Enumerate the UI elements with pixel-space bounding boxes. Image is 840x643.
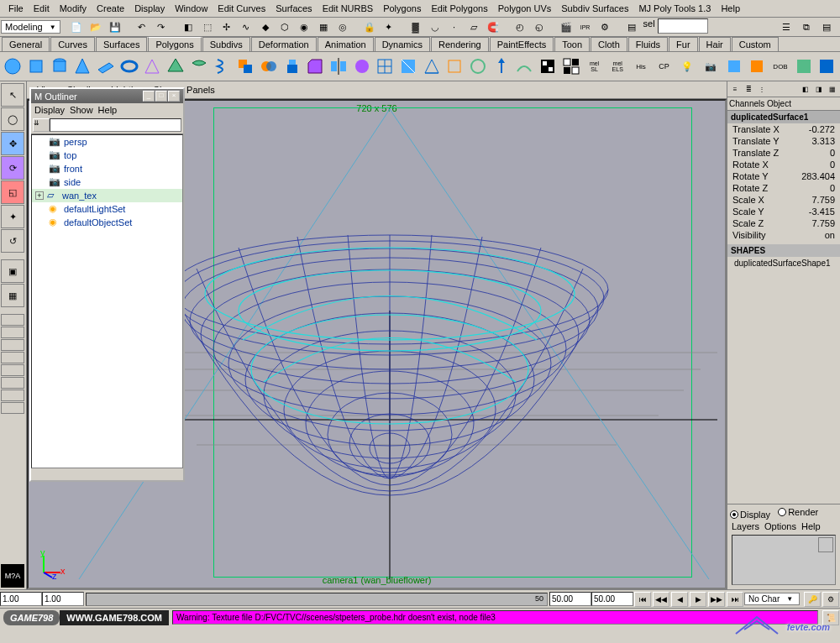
outliner-menu-help[interactable]: Help (98, 105, 118, 115)
display-radio[interactable]: Display (730, 510, 770, 520)
ch-ico5-icon[interactable]: ◨ (813, 83, 825, 95)
tool-settings-icon[interactable]: ⧉ (797, 18, 816, 35)
attr-rz-value[interactable]: 0 (830, 183, 835, 193)
select-joint-icon[interactable]: ✢ (218, 18, 236, 35)
last-tool-icon[interactable]: ↺ (1, 229, 24, 253)
poly-plane-icon[interactable] (95, 54, 118, 79)
ch-ico1-icon[interactable]: ≡ (729, 83, 741, 95)
mel-sl-icon[interactable]: melSL (583, 54, 606, 79)
menu-edit[interactable]: Edit (29, 2, 55, 15)
open-scene-icon[interactable]: 📂 (87, 18, 105, 35)
poly-cylinder-icon[interactable] (48, 54, 71, 79)
menu-help[interactable]: Help (716, 2, 745, 15)
attr-editor-icon[interactable]: ☰ (777, 18, 795, 35)
menu-display[interactable]: Display (129, 2, 170, 15)
attr-tx-value[interactable]: -0.272 (809, 124, 835, 134)
poly-layout-icon[interactable] (560, 54, 583, 79)
select-misc-icon[interactable]: ◎ (333, 18, 352, 35)
cube2-icon[interactable] (722, 54, 745, 79)
ch-ico3-icon[interactable]: ⋮ (756, 83, 768, 95)
shelf-tab-rendering[interactable]: Rendering (431, 37, 489, 51)
redo-icon[interactable]: ↷ (152, 18, 171, 35)
dob-icon[interactable]: DOB (769, 54, 792, 79)
poly-quad-icon[interactable] (444, 54, 466, 79)
snap-curve-icon[interactable]: ◡ (426, 18, 444, 35)
attr-ry-value[interactable]: 283.404 (801, 171, 835, 181)
select-dynamic-icon[interactable]: ◉ (295, 18, 313, 35)
layers-menu[interactable]: Layers (732, 521, 759, 531)
menu-polygons[interactable]: Polygons (378, 2, 426, 15)
poly-pyramid-icon[interactable] (165, 54, 187, 79)
poly-normal-icon[interactable] (490, 54, 512, 79)
poly-cleanup-icon[interactable] (467, 54, 490, 79)
layout5-icon[interactable] (1, 364, 24, 376)
layout3-icon[interactable] (1, 339, 24, 351)
single-view-icon[interactable]: ▣ (1, 259, 24, 283)
move-tool-icon[interactable]: ✥ (1, 132, 24, 155)
menu-surfaces[interactable]: Surfaces (270, 2, 317, 15)
render-frame-icon[interactable]: 🎬 (557, 18, 575, 35)
expand-icon[interactable]: + (35, 191, 44, 200)
outliner-max-button[interactable]: □ (155, 91, 167, 102)
shelf-tab-general[interactable]: General (2, 37, 50, 51)
attr-ty-value[interactable]: 3.313 (811, 136, 835, 146)
shelf-tab-custom[interactable]: Custom (732, 37, 779, 51)
play-back-button[interactable]: ◀ (671, 592, 688, 607)
mode-dropdown[interactable]: Modeling (1, 20, 60, 34)
anim-prefs-button[interactable]: ⚙ (822, 592, 839, 607)
goto-start-button[interactable]: ⏮ (634, 592, 651, 607)
mel-els-icon[interactable]: melELS (606, 54, 629, 79)
range-end[interactable] (549, 592, 591, 606)
four-view-icon[interactable]: ▦ (1, 284, 24, 307)
poly-mirror-icon[interactable] (328, 54, 350, 79)
undo-icon[interactable]: ↶ (133, 18, 151, 35)
attr-sy-value[interactable]: -3.415 (809, 206, 835, 217)
snap-live-icon[interactable]: 🧲 (484, 18, 502, 35)
channel-box-icon[interactable]: ▤ (817, 18, 836, 35)
outliner-item-persp[interactable]: 📷persp (32, 135, 182, 149)
outliner-close-button[interactable]: × (168, 91, 180, 102)
select-surface-icon[interactable]: ◆ (256, 18, 275, 35)
poly-bool-icon[interactable] (258, 54, 281, 79)
poly-extrude-icon[interactable] (281, 54, 303, 79)
ipr-icon[interactable]: IPR (576, 18, 595, 35)
lasso-tool-icon[interactable]: ◯ (1, 107, 24, 131)
menu-mjpoly[interactable]: MJ Poly Tools 1.3 (633, 2, 716, 15)
new-layer-icon[interactable] (818, 537, 833, 552)
outliner-menu-display[interactable]: Display (34, 105, 65, 115)
poly-split-icon[interactable] (397, 54, 420, 79)
snap-grid-icon[interactable]: ▓ (407, 18, 425, 35)
attr-rx-value[interactable]: 0 (830, 159, 835, 170)
autokey-button[interactable]: 🔑 (804, 592, 821, 607)
shelf-tab-fluids[interactable]: Fluids (628, 37, 668, 51)
menu-window[interactable]: Window (170, 2, 213, 15)
shelf-tab-polygons[interactable]: Polygons (148, 37, 201, 51)
outliner-item-objectset[interactable]: ◉defaultObjectSet (32, 216, 182, 229)
poly-uv-icon[interactable] (537, 54, 559, 79)
shelf-tab-surfaces[interactable]: Surfaces (96, 37, 147, 51)
select-tool-icon[interactable]: ↖ (1, 83, 24, 107)
shelf-tab-deformation[interactable]: Deformation (251, 37, 317, 51)
cp-icon[interactable]: CP (653, 54, 675, 79)
outliner-filter-button[interactable]: ⇊ (33, 118, 50, 132)
save-scene-icon[interactable]: 💾 (106, 18, 124, 35)
render-globals-icon[interactable]: ⚙ (596, 18, 614, 35)
shelf-tab-animation[interactable]: Animation (318, 37, 374, 51)
poly-bevel-icon[interactable] (304, 54, 327, 79)
layers-options[interactable]: Options (764, 521, 796, 531)
sel-input[interactable] (658, 18, 708, 34)
outliner-item-top[interactable]: 📷top (32, 149, 182, 162)
goto-end-button[interactable]: ⏭ (727, 592, 743, 607)
layers-help[interactable]: Help (801, 521, 821, 531)
select-handle-icon[interactable]: ⬚ (198, 18, 217, 35)
snap-point-icon[interactable]: · (445, 18, 464, 35)
range-end-abs[interactable] (591, 592, 633, 606)
node-name[interactable]: duplicatedSurface1 (727, 111, 840, 123)
outliner-item-wantex[interactable]: +▱wan_tex (32, 189, 182, 202)
attr-sx-value[interactable]: 7.759 (811, 195, 835, 205)
shelf-tab-subdivs[interactable]: Subdivs (202, 37, 250, 51)
menu-create[interactable]: Create (92, 2, 129, 15)
poly-cone-icon[interactable] (71, 54, 94, 79)
ch-ico2-icon[interactable]: ≣ (743, 83, 754, 95)
ch-ico4-icon[interactable]: ◧ (800, 83, 811, 95)
